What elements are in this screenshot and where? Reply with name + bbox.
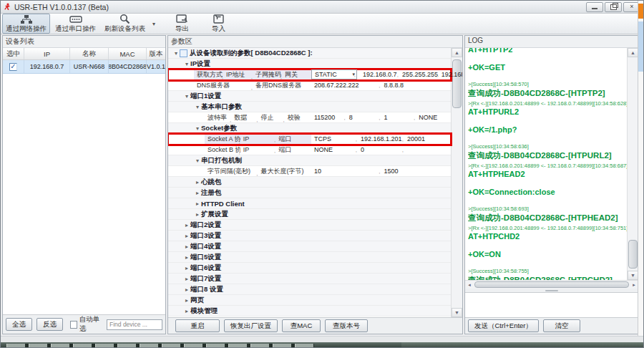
param-value[interactable]: 1500 <box>381 167 452 175</box>
tree-section-row[interactable]: ▾串口打包机制 <box>168 155 451 166</box>
param-value[interactable]: 192.168.0.7 <box>360 70 399 79</box>
tree-section-row[interactable]: ▾从设备读取到的参数[ D8B04CD2868C ]: <box>168 48 451 59</box>
toolbar-import-button[interactable]: 导入 <box>208 14 229 34</box>
chevron-right-icon[interactable]: ▸ <box>183 254 190 261</box>
minimize-button[interactable] <box>586 2 603 12</box>
param-value[interactable]: 115200 <box>311 113 346 122</box>
find-device-input[interactable] <box>107 319 162 330</box>
background-window-edge <box>638 1 643 342</box>
log-view[interactable]: AT+HTPTP2+OK=GET>[Success][10:34:58:570]… <box>465 48 638 280</box>
param-value[interactable] <box>404 145 451 154</box>
chevron-down-icon[interactable]: ▾ <box>183 61 190 67</box>
tree-section-row[interactable]: ▸注册包 <box>168 188 451 198</box>
log-vscrollbar[interactable]: ▲ ▼ <box>627 48 638 280</box>
param-row[interactable]: 字节间隔(毫秒)最大长度(字节)101500 <box>168 166 451 177</box>
param-value[interactable]: 255.255.255.0 <box>399 70 439 79</box>
tree-section-row[interactable]: ▸心跳包 <box>168 177 451 188</box>
chevron-right-icon[interactable]: ▸ <box>194 190 201 196</box>
chevron-down-icon[interactable]: ▾ <box>194 125 201 132</box>
factory-reset-button[interactable]: 恢复出厂设置 <box>224 319 278 332</box>
restore-button[interactable] <box>605 2 622 12</box>
scroll-thumb[interactable] <box>474 281 629 288</box>
toolbar-refresh-device-list-button[interactable]: 刷新设备列表 <box>101 14 149 34</box>
select-all-button[interactable]: 全选 <box>6 318 32 331</box>
log-hscrollbar[interactable]: ◂ ▸ <box>465 280 638 289</box>
chevron-down-icon[interactable]: ▾ <box>183 93 190 100</box>
chevron-right-icon[interactable]: ▸ <box>183 276 190 282</box>
tree-section-row[interactable]: ▸扩展设置 <box>168 209 451 220</box>
tree-section-row[interactable]: ▸模块管理 <box>168 306 451 316</box>
tree-section-row[interactable]: ▸端口5设置 <box>168 252 451 263</box>
param-row[interactable]: 波特率数据停止校验11520081NONE <box>168 112 451 123</box>
device-checkbox[interactable] <box>9 63 17 71</box>
param-label: Socket B 协议 <box>205 145 240 155</box>
tree-section-row[interactable]: ▸端口6设置 <box>168 263 451 274</box>
param-value[interactable]: 0 <box>358 145 404 154</box>
scroll-thumb[interactable] <box>452 59 462 108</box>
tree-section-row[interactable]: ▸端口2设置 <box>168 220 451 231</box>
param-value[interactable]: NONE <box>311 145 358 154</box>
param-value[interactable]: TCPS <box>311 135 358 143</box>
chevron-down-icon[interactable]: ▾ <box>194 158 201 164</box>
tree-section-row[interactable]: ▾Socket参数 <box>168 123 451 134</box>
chevron-right-icon[interactable]: ▸ <box>183 222 190 228</box>
chevron-right-icon[interactable]: ▸ <box>183 265 190 271</box>
param-value[interactable]: 8 <box>346 113 381 122</box>
param-value[interactable]: 192.168.1.201 <box>358 135 404 143</box>
chevron-right-icon[interactable]: ▸ <box>194 211 201 218</box>
param-row[interactable]: Socket A 协议IP端口TCPS192.168.1.20120001 <box>168 134 451 145</box>
toolbar-network-operate-button[interactable]: 通过网络操作 <box>2 14 50 34</box>
tree-section-row[interactable]: ▸端口4设置 <box>168 241 451 252</box>
auto-single-checkbox[interactable] <box>70 321 77 329</box>
param-value[interactable]: 1 <box>381 113 416 122</box>
query-version-button[interactable]: 查版本号 <box>325 319 368 332</box>
param-select-dropdown[interactable]: STATIC▾ <box>311 69 357 79</box>
param-label: 子网掩码 <box>253 70 282 79</box>
param-row[interactable]: Socket B 协议IP端口NONE0 <box>168 145 451 155</box>
param-value[interactable]: NONE <box>416 113 451 122</box>
tree-section-row[interactable]: ▸HTTPD Client <box>168 198 451 209</box>
device-row[interactable]: 192.168.0.7 USR-N668 D8B04CD2868C V1.0.1 <box>3 60 165 74</box>
param-value[interactable]: 8.8.8.8 <box>381 81 452 90</box>
tree-section-row[interactable]: ▾基本串口参数 <box>168 102 451 112</box>
chevron-right-icon[interactable]: ▸ <box>194 179 201 185</box>
toolbar-export-button[interactable]: 导出 <box>172 14 192 34</box>
tree-section-row[interactable]: ▸端口7设置 <box>168 274 451 284</box>
query-mac-button[interactable]: 查MAC <box>282 319 321 332</box>
scroll-up-icon[interactable]: ▲ <box>452 48 462 57</box>
param-value[interactable]: 20001 <box>404 135 451 143</box>
tree-section-row[interactable]: ▾端口1设置 <box>168 91 451 102</box>
chevron-right-icon[interactable]: ▸ <box>194 200 201 207</box>
chevron-right-icon[interactable]: ▸ <box>183 243 190 250</box>
scroll-down-icon[interactable]: ▼ <box>452 308 462 317</box>
send-message-input[interactable] <box>465 292 638 317</box>
tree-section-row[interactable]: ▸端口8 设置 <box>168 284 451 295</box>
scroll-down-icon[interactable]: ▼ <box>628 271 638 280</box>
parameter-tree-vscrollbar[interactable]: ▲ ▼ <box>451 48 462 317</box>
clear-button[interactable]: 清空 <box>543 319 580 332</box>
tree-section-row[interactable]: ▾IP设置 <box>168 59 451 69</box>
toolbar-serial-operate-button[interactable]: 通过串口操作 <box>52 14 99 34</box>
scroll-up-icon[interactable]: ▲ <box>628 48 638 57</box>
send-button[interactable]: 发送（Ctrl+Enter） <box>468 319 539 332</box>
scroll-thumb[interactable] <box>628 240 638 269</box>
restart-button[interactable]: 重启 <box>175 319 220 332</box>
chevron-right-icon[interactable]: ▸ <box>183 233 190 239</box>
param-value[interactable]: 192.168.0.1 <box>439 70 462 79</box>
chevron-right-icon[interactable]: ▸ <box>183 297 190 304</box>
tree-section-row[interactable]: ▸端口3设置 <box>168 231 451 241</box>
chevron-right-icon[interactable]: ▸ <box>183 308 190 314</box>
param-row[interactable]: DNS服务器备用DNS服务器208.67.222.2228.8.8.8 <box>168 80 451 91</box>
chevron-down-icon[interactable]: ▾ <box>194 104 201 110</box>
scroll-left-icon[interactable]: ◂ <box>465 281 474 289</box>
chevron-down-icon[interactable]: ▾ <box>172 50 180 57</box>
param-value[interactable]: 10 <box>311 167 381 175</box>
taskbar[interactable] <box>1 342 643 348</box>
invert-select-button[interactable]: 反选 <box>36 318 63 331</box>
param-value[interactable]: 208.67.222.222 <box>311 81 381 90</box>
chevron-right-icon[interactable]: ▸ <box>183 286 190 293</box>
log-entry-meta: >[Rx <-][192.168.0.201:48899 <- 192.168.… <box>468 163 627 169</box>
tree-section-row[interactable]: ▸网页 <box>168 295 451 306</box>
param-row[interactable]: 获取方式IP地址子网掩码网关STATIC▾192.168.0.7255.255.… <box>168 69 451 80</box>
refresh-dropdown-arrow-icon[interactable]: ▾ <box>150 14 157 34</box>
